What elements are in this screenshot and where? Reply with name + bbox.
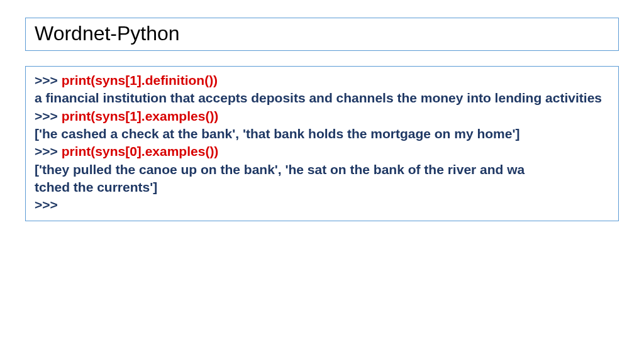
- slide-title: Wordnet-Python: [35, 22, 609, 45]
- title-container: Wordnet-Python: [25, 18, 619, 51]
- output-line-1: a financial institution that accepts dep…: [35, 89, 609, 107]
- repl-prompt: >>>: [35, 73, 62, 87]
- code-line-1: >>> print(syns[1].definition()): [35, 72, 609, 89]
- repl-prompt: >>>: [35, 144, 62, 158]
- output-line-2: ['he cashed a check at the bank', 'that …: [35, 125, 609, 143]
- code-container: >>> print(syns[1].definition()) a financ…: [25, 66, 619, 221]
- code-line-3: >>> print(syns[0].examples()): [35, 143, 609, 160]
- repl-command: print(syns[1].definition()): [62, 73, 218, 87]
- repl-command: print(syns[0].examples()): [62, 144, 219, 158]
- code-line-2: >>> print(syns[1].examples()): [35, 107, 609, 125]
- output-line-3a: ['they pulled the canoe up on the bank',…: [35, 161, 609, 178]
- output-line-3b: tched the currents']: [35, 178, 609, 196]
- repl-command: print(syns[1].examples()): [62, 109, 219, 123]
- repl-prompt: >>>: [35, 109, 62, 123]
- repl-prompt-empty: >>>: [35, 196, 609, 214]
